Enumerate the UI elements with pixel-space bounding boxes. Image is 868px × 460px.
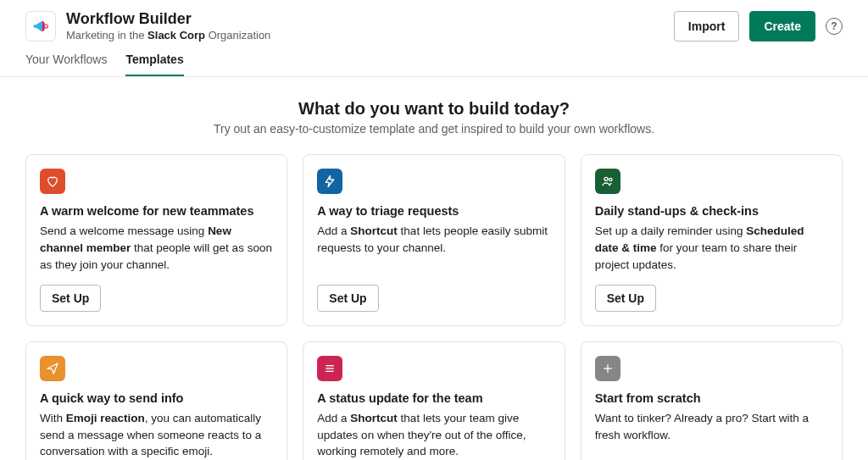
import-button[interactable]: Import xyxy=(674,11,740,42)
card-status: A status update for the team Add a Short… xyxy=(303,341,565,460)
card-title: A status update for the team xyxy=(317,391,550,405)
card-standup: Daily stand-ups & check-ins Set up a dai… xyxy=(581,154,843,326)
tab-templates[interactable]: Templates xyxy=(125,53,183,76)
page-subtitle: Marketing in the Slack Corp Organization xyxy=(66,29,270,43)
send-icon xyxy=(40,356,65,381)
template-grid: A warm welcome for new teammates Send a … xyxy=(0,154,868,460)
svg-point-1 xyxy=(604,178,608,181)
hero-subtitle: Try out an easy-to-customize template an… xyxy=(0,122,868,136)
card-title: Start from scratch xyxy=(595,391,828,405)
setup-button[interactable]: Set Up xyxy=(40,285,101,312)
card-desc: Add a Shortcut that lets people easily s… xyxy=(317,223,550,273)
svg-point-0 xyxy=(44,25,47,28)
help-icon[interactable]: ? xyxy=(826,18,843,35)
plus-icon xyxy=(595,356,620,381)
card-title: A way to triage requests xyxy=(317,204,550,218)
card-welcome: A warm welcome for new teammates Send a … xyxy=(25,154,287,326)
card-title: A quick way to send info xyxy=(40,391,273,405)
card-desc: Add a Shortcut that lets your team give … xyxy=(317,410,550,460)
card-scratch: Start from scratch Want to tinker? Alrea… xyxy=(581,341,843,460)
card-desc: With Emoji reaction, you can automatical… xyxy=(40,410,273,460)
card-desc: Want to tinker? Already a pro? Start wit… xyxy=(595,410,828,460)
title-block: Workflow Builder Marketing in the Slack … xyxy=(66,10,270,42)
tab-your-workflows[interactable]: Your Workflows xyxy=(25,53,107,76)
card-title: Daily stand-ups & check-ins xyxy=(595,204,828,218)
card-sendinfo: A quick way to send info With Emoji reac… xyxy=(25,341,287,460)
header-right: Import Create ? xyxy=(674,11,843,42)
card-desc: Send a welcome message using New channel… xyxy=(40,223,273,273)
megaphone-icon xyxy=(31,17,50,36)
create-button[interactable]: Create xyxy=(749,11,815,42)
setup-button[interactable]: Set Up xyxy=(595,285,656,312)
setup-button[interactable]: Set Up xyxy=(317,285,378,312)
list-icon xyxy=(317,356,342,381)
header-left: Workflow Builder Marketing in the Slack … xyxy=(25,10,270,42)
card-desc: Set up a daily reminder using Scheduled … xyxy=(595,223,828,273)
app-icon xyxy=(25,11,56,42)
page-title: Workflow Builder xyxy=(66,10,270,29)
hero-title: What do you want to build today? xyxy=(0,99,868,119)
svg-point-2 xyxy=(609,179,611,181)
tabs: Your Workflows Templates xyxy=(0,42,868,77)
card-triage: A way to triage requests Add a Shortcut … xyxy=(303,154,565,326)
header: Workflow Builder Marketing in the Slack … xyxy=(0,0,868,42)
lightning-icon xyxy=(317,169,342,194)
heart-icon xyxy=(40,169,65,194)
card-title: A warm welcome for new teammates xyxy=(40,204,273,218)
hero: What do you want to build today? Try out… xyxy=(0,77,868,154)
people-icon xyxy=(595,169,620,194)
